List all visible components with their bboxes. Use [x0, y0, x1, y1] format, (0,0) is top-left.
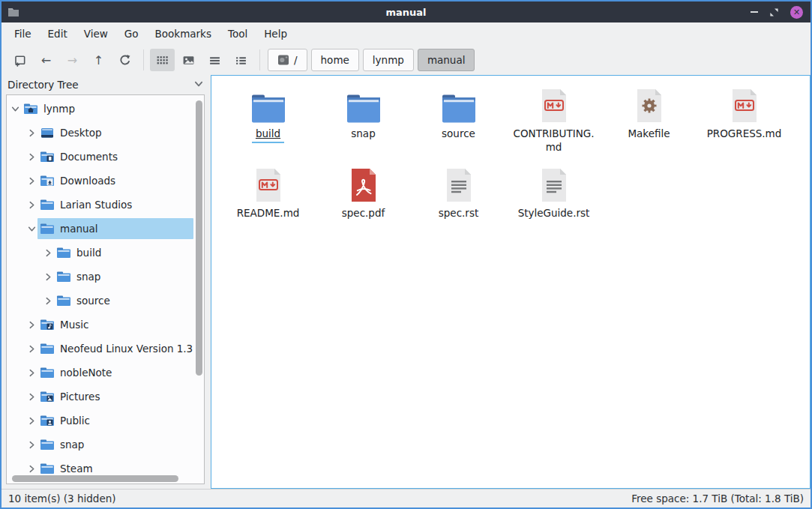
chevron-right-icon[interactable]: [26, 417, 37, 425]
chevron-right-icon[interactable]: [26, 129, 37, 137]
menu-edit[interactable]: Edit: [40, 24, 76, 43]
chevron-right-icon[interactable]: [26, 369, 37, 377]
refresh-button[interactable]: [112, 49, 137, 71]
file-item-progress-md[interactable]: PROGRESS.md: [697, 83, 792, 163]
file-label: PROGRESS.md: [707, 127, 782, 141]
file-item-spec-rst[interactable]: spec.rst: [411, 163, 506, 242]
chevron-right-icon[interactable]: [26, 153, 37, 161]
folder-icon: [40, 343, 55, 355]
selected-tree-item[interactable]: manual: [37, 218, 193, 239]
item-count-status: 10 item(s) (3 hidden): [8, 493, 116, 505]
chevron-down-icon[interactable]: [10, 105, 21, 113]
file-item-styleguide-rst[interactable]: StyleGuide.rst: [506, 163, 601, 242]
new-tab-icon: [13, 54, 26, 67]
tree-vertical-scrollbar[interactable]: [196, 100, 202, 376]
file-label: build: [252, 127, 284, 143]
chevron-right-icon[interactable]: [43, 249, 54, 257]
icon-view-button[interactable]: [150, 49, 175, 71]
tree-item-desktop[interactable]: Desktop: [7, 121, 204, 145]
compact-view-button[interactable]: [202, 49, 227, 71]
tree-item-label: nobleNote: [60, 367, 112, 379]
tree-item-neofeud[interactable]: Neofeud Linux Version 1.3: [7, 337, 204, 361]
tree-item-label: Neofeud Linux Version 1.3: [60, 343, 193, 355]
tree-horizontal-scrollbar[interactable]: [12, 475, 178, 482]
close-button[interactable]: ✕: [790, 6, 803, 19]
file-label: StyleGuide.rst: [518, 207, 590, 220]
icon-view-icon: [156, 54, 169, 67]
restore-icon: [769, 7, 779, 17]
file-item-readme-md[interactable]: README.md: [220, 163, 316, 242]
tree-item-music[interactable]: Music: [7, 313, 204, 337]
text-file-icon: [539, 167, 569, 203]
folder-icon: [40, 463, 55, 475]
file-item-contributing-md[interactable]: CONTRIBUTING.md: [506, 83, 601, 163]
detailed-list-view-icon: [235, 54, 247, 67]
directory-tree-panel: lynmp Desktop Documents Downloads: [6, 94, 205, 484]
tree-item-build[interactable]: build: [7, 241, 204, 265]
detailed-list-view-button[interactable]: [229, 49, 253, 71]
menu-tool[interactable]: Tool: [220, 24, 256, 43]
text-file-icon: [444, 167, 474, 203]
tree-item-pictures[interactable]: Pictures: [7, 385, 204, 409]
tree-item-label: Downloads: [60, 175, 115, 187]
chevron-right-icon[interactable]: [26, 345, 37, 353]
thumbnail-view-icon: [182, 54, 195, 67]
folder-icon: [40, 199, 55, 211]
file-label: source: [442, 127, 475, 141]
public-folder-icon: [40, 415, 55, 427]
tree-item-label: Documents: [60, 151, 118, 163]
path-lynmp-button[interactable]: lynmp: [363, 49, 414, 71]
home-folder-icon: [23, 103, 38, 115]
sidebar-header[interactable]: Directory Tree: [1, 75, 211, 94]
file-item-makefile[interactable]: Makefile: [601, 83, 697, 163]
refresh-icon: [118, 54, 131, 67]
folder-icon: [40, 367, 55, 379]
chevron-right-icon[interactable]: [26, 441, 37, 449]
minimize-button[interactable]: [751, 11, 758, 13]
chevron-right-icon[interactable]: [43, 273, 54, 281]
path-root-label: /: [294, 54, 298, 66]
menu-view[interactable]: View: [76, 24, 116, 43]
chevron-right-icon[interactable]: [26, 201, 37, 209]
tree-item-lynmp[interactable]: lynmp: [7, 97, 204, 121]
chevron-right-icon[interactable]: [26, 321, 37, 329]
thumbnail-view-button[interactable]: [176, 49, 201, 71]
path-home-button[interactable]: home: [311, 49, 359, 71]
tree-item-snap[interactable]: snap: [7, 265, 204, 289]
menu-help[interactable]: Help: [256, 24, 295, 43]
menu-file[interactable]: File: [6, 24, 40, 43]
tree-item-larian-studios[interactable]: Larian Studios: [7, 193, 204, 217]
chevron-right-icon[interactable]: [43, 297, 54, 305]
menu-bookmarks[interactable]: Bookmarks: [147, 24, 220, 43]
chevron-right-icon[interactable]: [26, 465, 37, 473]
tree-item-source[interactable]: source: [7, 289, 204, 313]
tree-item-documents[interactable]: Documents: [7, 145, 204, 169]
file-item-spec-pdf[interactable]: spec.pdf: [316, 163, 411, 242]
tree-item-label: Steam: [60, 463, 93, 475]
chevron-right-icon[interactable]: [26, 393, 37, 401]
file-item-build[interactable]: build: [220, 83, 316, 163]
file-label: snap: [351, 127, 375, 141]
forward-button[interactable]: →: [60, 49, 85, 71]
file-item-snap[interactable]: snap: [316, 83, 411, 163]
chevron-down-icon[interactable]: [26, 225, 37, 233]
back-button[interactable]: ←: [34, 49, 58, 71]
menu-go[interactable]: Go: [116, 24, 147, 43]
tree-item-noblenote[interactable]: nobleNote: [7, 361, 204, 385]
up-button[interactable]: ↑: [86, 49, 111, 71]
file-item-source[interactable]: source: [411, 83, 506, 163]
file-label: README.md: [237, 207, 300, 220]
tree-item-manual[interactable]: manual: [7, 217, 204, 241]
new-tab-button[interactable]: [7, 49, 32, 71]
path-root-button[interactable]: /: [268, 49, 307, 71]
file-view[interactable]: build snap source CONTRIBUTING.md Makefi…: [211, 75, 811, 489]
restore-button[interactable]: [769, 7, 779, 17]
path-manual-button[interactable]: manual: [418, 49, 475, 71]
desktop-icon: [40, 127, 55, 139]
tree-item-snap-2[interactable]: snap: [7, 433, 204, 457]
tree-item-public[interactable]: Public: [7, 409, 204, 433]
menubar: File Edit View Go Bookmarks Tool Help: [1, 22, 811, 45]
statusbar: 10 item(s) (3 hidden) Free space: 1.7 Ti…: [1, 489, 811, 508]
tree-item-downloads[interactable]: Downloads: [7, 169, 204, 193]
chevron-right-icon[interactable]: [26, 177, 37, 185]
